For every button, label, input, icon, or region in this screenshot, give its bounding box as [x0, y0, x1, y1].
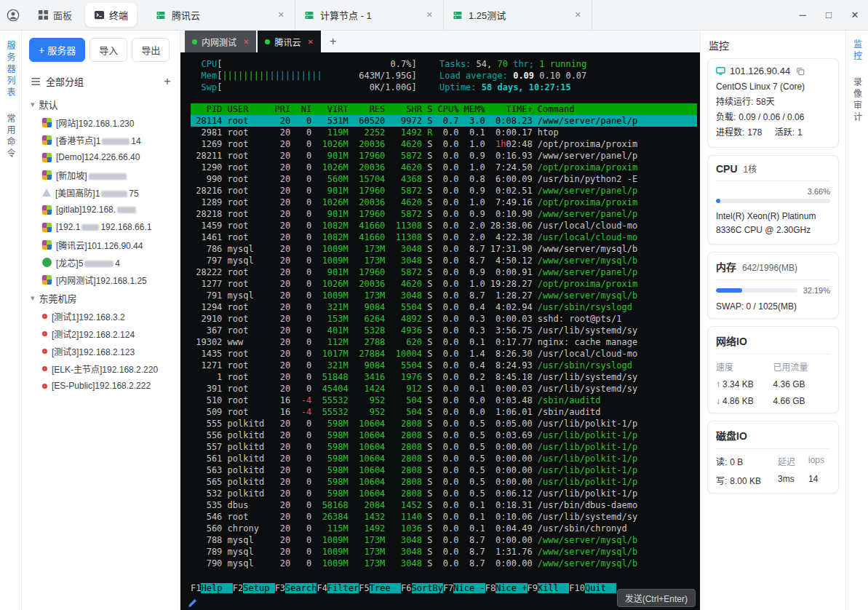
fkey-action[interactable]: Setup: [243, 583, 274, 593]
server-item[interactable]: [龙芯]54: [22, 253, 180, 271]
server-item[interactable]: [ES-Public]192.168.2.222: [22, 377, 180, 395]
process-row[interactable]: 797 mysql 20 0 1009M 173M 3048 S 0.0 8.7…: [191, 255, 697, 266]
server-item[interactable]: [测试2]192.168.2.124: [22, 325, 180, 342]
fkey-action[interactable]: Search: [285, 583, 316, 593]
server-item[interactable]: [ELK-主节点]192.168.2.220: [22, 360, 180, 377]
server-item[interactable]: [内网测试]192.168.1.25: [22, 271, 180, 288]
session-tab[interactable]: 计算节点 - 1✕: [295, 0, 444, 30]
user-home-button[interactable]: [0, 8, 26, 23]
process-row[interactable]: 555 polkitd 20 0 598M 10604 2808 S 0.0 0…: [191, 418, 697, 429]
right-strip-item[interactable]: 监控: [851, 39, 864, 63]
process-row[interactable]: 19302 www 20 0 112M 2788 620 S 0.0 0.1 0…: [191, 336, 697, 348]
nav-tab-terminal[interactable]: 终端: [85, 3, 137, 27]
process-row[interactable]: 1 root 20 0 51848 3416 1976 S 0.0 0.2 8:…: [191, 371, 697, 383]
session-tab[interactable]: 1.25测试✕: [443, 0, 592, 30]
fkey-action[interactable]: Kill: [538, 583, 569, 593]
fkey-action[interactable]: Help: [201, 583, 232, 593]
process-row[interactable]: 791 mysql 20 0 1009M 173M 3048 S 0.0 8.7…: [191, 290, 697, 301]
fkey-action[interactable]: Nice +: [495, 583, 527, 593]
close-session-icon[interactable]: ✕: [276, 9, 286, 21]
server-item[interactable]: [腾讯云]101.126.90.44: [22, 236, 180, 253]
process-row[interactable]: 28222 root 20 0 901M 17960 5872 S 0.0 0.…: [191, 266, 697, 278]
close-session-icon[interactable]: ✕: [425, 9, 434, 21]
process-row[interactable]: 2981 root 20 0 119M 2252 1492 R 0.0 0.1 …: [191, 127, 697, 138]
fkey-action[interactable]: Nice -: [453, 583, 485, 593]
minimize-button[interactable]: ─: [789, 5, 816, 25]
process-row[interactable]: 1290 root 20 0 1026M 20036 4620 S 0.0 1.…: [191, 162, 697, 173]
server-item[interactable]: [香港节点]114: [22, 131, 180, 148]
close-session-icon[interactable]: ✕: [573, 9, 583, 21]
disk-write-label: 写:: [716, 476, 727, 486]
server-item[interactable]: [192.1192.168.66.1: [22, 218, 180, 236]
process-row[interactable]: 2910 root 20 0 153M 6264 4892 S 0.0 0.3 …: [191, 313, 697, 325]
fkey-action[interactable]: Quit: [585, 583, 616, 593]
network-card-title: 网络IO: [716, 333, 747, 348]
process-row[interactable]: 367 root 20 0 401M 5328 4936 S 0.0 0.3 3…: [191, 325, 697, 336]
server-item[interactable]: [gitlab]192.168.: [22, 201, 180, 218]
process-row[interactable]: 789 mysql 20 0 1009M 173M 3048 S 0.0 8.7…: [191, 546, 697, 558]
process-row[interactable]: 509 root 16 -4 55532 952 504 S 0.0 0.0 1…: [191, 406, 697, 418]
process-row[interactable]: 510 root 16 -4 55532 952 504 S 0.0 0.0 0…: [191, 395, 697, 406]
fkey-action[interactable]: Filter: [327, 583, 359, 593]
process-row[interactable]: 565 polkitd 20 0 598M 10604 2808 S 0.0 0…: [191, 476, 697, 488]
edit-pencil-icon[interactable]: [188, 598, 198, 608]
right-strip-item[interactable]: 录像审计: [851, 77, 864, 124]
server-item[interactable]: [测试3]192.168.2.123: [22, 342, 180, 360]
close-terminal-tab-icon[interactable]: ✕: [307, 38, 313, 46]
process-row[interactable]: 1294 root 20 0 321M 9084 5504 S 0.0 0.4 …: [191, 301, 697, 313]
process-row[interactable]: 563 polkitd 20 0 598M 10604 2808 S 0.0 0…: [191, 464, 697, 476]
nav-tab-panel[interactable]: 面板: [29, 3, 81, 27]
process-row[interactable]: 28218 root 20 0 901M 17960 5872 S 0.0 0.…: [191, 208, 697, 220]
left-strip-item[interactable]: 服务器列表: [4, 41, 17, 99]
process-row[interactable]: 990 root 20 0 560M 15704 4368 S 0.0 0.8 …: [191, 173, 697, 185]
fkey-action[interactable]: SortBy: [412, 583, 443, 593]
new-terminal-tab-button[interactable]: +: [330, 34, 337, 49]
server-item[interactable]: [网站]192.168.1.230: [22, 114, 180, 131]
process-row[interactable]: 788 mysql 20 0 1009M 173M 3048 S 0.0 8.7…: [191, 534, 697, 546]
server-item[interactable]: [美国高防]175: [22, 183, 180, 201]
process-row[interactable]: 535 dbus 20 0 58168 2084 1452 S 0.0 0.1 …: [191, 499, 697, 511]
close-terminal-tab-icon[interactable]: ✕: [243, 38, 249, 46]
fkey-action[interactable]: Tree: [370, 583, 401, 593]
process-row[interactable]: 1435 root 20 0 1017M 27884 10004 S 0.0 1…: [191, 348, 697, 360]
all-groups-row[interactable]: 全部分组 +: [22, 68, 180, 93]
process-row[interactable]: 532 polkitd 20 0 598M 10604 2808 S 0.0 0…: [191, 488, 697, 499]
terminal-tab[interactable]: 内网测试✕: [185, 31, 256, 52]
server-item[interactable]: [Demo]124.226.66.40: [22, 148, 180, 166]
process-row[interactable]: 546 root 20 0 26384 1432 1140 S 0.0 0.1 …: [191, 511, 697, 523]
process-row[interactable]: 557 polkitd 20 0 598M 10604 2808 S 0.0 0…: [191, 441, 697, 453]
left-strip-item[interactable]: 常用命令: [4, 114, 17, 160]
server-item[interactable]: [测试1]192.168.3.2: [22, 307, 180, 325]
close-button[interactable]: ✕: [842, 5, 868, 25]
process-row[interactable]: 786 mysql 20 0 1009M 173M 3048 S 0.0 8.7…: [191, 243, 697, 255]
process-row[interactable]: 790 mysql 20 0 1009M 173M 3048 S 0.0 8.7…: [191, 558, 697, 569]
process-row[interactable]: 1271 root 20 0 321M 9084 5504 S 0.0 0.4 …: [191, 360, 697, 371]
server-group[interactable]: ▾默认: [22, 95, 180, 114]
process-row[interactable]: 1461 root 20 0 1082M 41660 11308 S 0.0 2…: [191, 231, 697, 243]
session-tab[interactable]: 腾讯云✕: [147, 0, 295, 30]
process-row[interactable]: 556 polkitd 20 0 598M 10604 2808 S 0.0 0…: [191, 429, 697, 441]
export-button[interactable]: 导出: [132, 38, 170, 62]
process-row[interactable]: 560 chrony 20 0 115M 1492 1036 S 0.0 0.1…: [191, 523, 697, 534]
process-row[interactable]: 1269 root 20 0 1026M 20036 4620 S 0.0 1.…: [191, 138, 697, 150]
process-row[interactable]: 561 polkitd 20 0 598M 10604 2808 S 0.0 0…: [191, 453, 697, 464]
process-row[interactable]: 1459 root 20 0 1082M 41660 11308 S 0.0 2…: [191, 220, 697, 231]
add-server-button[interactable]: +服务器: [29, 38, 85, 62]
import-button[interactable]: 导入: [89, 38, 127, 62]
terminal-screen[interactable]: CPU[ 0.7%]Tasks: 54, 70 thr; 1 running M…: [180, 52, 700, 610]
process-row[interactable]: 1289 root 20 0 1026M 20036 4620 S 0.0 1.…: [191, 197, 697, 208]
process-row[interactable]: 28211 root 20 0 901M 17960 5872 S 0.0 0.…: [191, 150, 697, 162]
send-button[interactable]: 发送(Ctrl+Enter): [617, 589, 696, 607]
server-item[interactable]: [新加坡]: [22, 166, 180, 183]
process-row[interactable]: 391 root 20 0 45404 1424 912 S 0.0 0.1 0…: [191, 383, 697, 395]
server-group[interactable]: ▾东莞机房: [22, 288, 180, 307]
copy-icon[interactable]: [796, 67, 805, 76]
terminal-tab[interactable]: 腾讯云✕: [258, 31, 320, 52]
htop-header[interactable]: PID USER PRI NI VIRT RES SHR S CPU% MEM%…: [191, 103, 697, 115]
process-row[interactable]: 28216 root 20 0 901M 17960 5872 S 0.0 0.…: [191, 185, 697, 197]
add-group-button[interactable]: +: [164, 75, 171, 87]
server-info-card: 101.126.90.44 CentOS Linux 7 (Core) 持续运行…: [707, 58, 839, 148]
process-row[interactable]: 28114 root 20 0 531M 60520 9972 S 0.7 3.…: [191, 115, 697, 127]
maximize-button[interactable]: □: [816, 5, 842, 25]
process-row[interactable]: 1277 root 20 0 1026M 20036 4620 S 0.0 1.…: [191, 278, 697, 290]
